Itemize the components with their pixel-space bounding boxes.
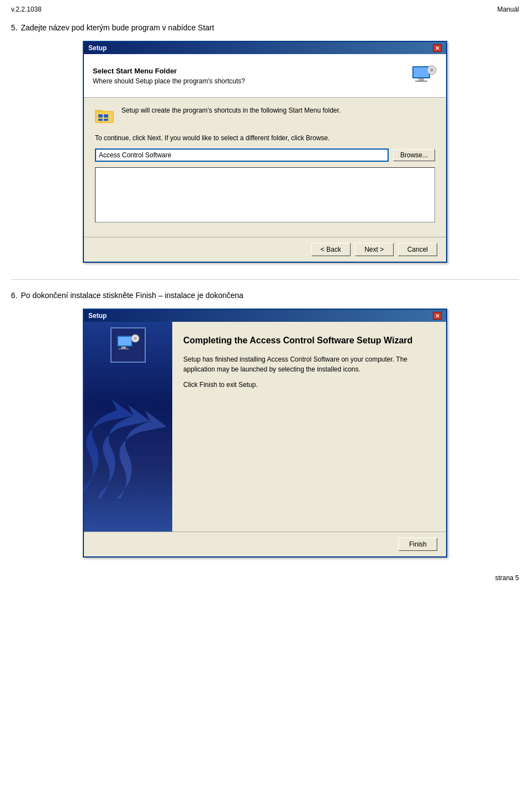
info-box-text-1: Setup will create the program's shortcut… xyxy=(121,107,341,114)
version-label: v.2.2.1038 xyxy=(11,6,41,13)
setup-footer-1: < Back Next > Cancel xyxy=(84,237,446,262)
close-button-2[interactable]: ✕ xyxy=(433,312,442,320)
svg-point-18 xyxy=(134,337,137,340)
page-number: strana 5 xyxy=(495,574,519,582)
svg-rect-2 xyxy=(418,78,424,81)
page-header: v.2.2.1038 Manuál xyxy=(11,6,519,13)
setup-titlebar-2: Setup ✕ xyxy=(84,310,446,322)
setup-title-1: Setup xyxy=(88,44,107,52)
setup-body-1: Select Start Menu Folder Where should Se… xyxy=(84,54,446,262)
tree-area xyxy=(95,167,435,222)
svg-rect-3 xyxy=(415,81,427,82)
setup-body-2: Completing the Access Control Software S… xyxy=(84,322,446,532)
back-button-1[interactable]: < Back xyxy=(311,243,351,256)
section6-title: 6.Po dokončení instalace stiskněte Finis… xyxy=(11,291,519,300)
svg-rect-11 xyxy=(98,119,103,121)
folder-input[interactable] xyxy=(95,148,389,162)
page-footer: strana 5 xyxy=(11,574,519,582)
svg-rect-9 xyxy=(98,114,103,118)
completion-body-1: Setup has finished installing Access Con… xyxy=(183,354,435,374)
cancel-button-1[interactable]: Cancel xyxy=(398,243,437,256)
setup-window-2: Setup ✕ xyxy=(83,309,447,558)
next-button-1[interactable]: Next > xyxy=(355,243,394,256)
setup-content-1: Setup will create the program's shortcut… xyxy=(84,98,446,237)
svg-point-5 xyxy=(430,68,433,72)
svg-rect-14 xyxy=(118,337,131,346)
svg-rect-16 xyxy=(119,348,129,349)
svg-rect-1 xyxy=(414,67,429,77)
setup-window-1: Setup ✕ Select Start Menu Folder Where s… xyxy=(83,41,447,263)
completion-title: Completing the Access Control Software S… xyxy=(183,335,435,347)
setup-header-title-1: Select Start Menu Folder xyxy=(93,67,245,75)
manual-label: Manuál xyxy=(497,6,519,13)
completion-body-2: Click Finish to exit Setup. xyxy=(183,380,435,390)
decoration-arrows xyxy=(84,388,172,498)
svg-rect-15 xyxy=(121,347,126,348)
close-button-1[interactable]: ✕ xyxy=(433,44,442,52)
setup-title-2: Setup xyxy=(88,312,107,320)
setup-left-panel xyxy=(84,322,172,532)
setup-header-subtitle-1: Where should Setup place the program's s… xyxy=(93,77,245,85)
svg-rect-10 xyxy=(104,114,108,118)
continue-text-1: To continue, click Next. If you would li… xyxy=(95,134,435,142)
info-box-1: Setup will create the program's shortcut… xyxy=(95,107,435,126)
setup-header-1: Select Start Menu Folder Where should Se… xyxy=(84,54,446,98)
section-divider xyxy=(11,279,519,280)
completion-icon xyxy=(110,327,146,363)
setup-titlebar-1: Setup ✕ xyxy=(84,42,446,54)
setup-header-text-1: Select Start Menu Folder Where should Se… xyxy=(93,67,245,85)
folder-icon xyxy=(95,107,115,126)
computer-icon xyxy=(410,62,437,89)
setup-right-panel: Completing the Access Control Software S… xyxy=(172,322,446,532)
setup-footer-2: Finish xyxy=(84,532,446,556)
folder-input-row: Browse... xyxy=(95,148,435,162)
finish-button[interactable]: Finish xyxy=(399,538,437,551)
section5-title: 5.Zadejte název pod kterým bude program … xyxy=(11,23,519,32)
browse-button[interactable]: Browse... xyxy=(393,149,435,161)
svg-rect-12 xyxy=(104,119,108,121)
